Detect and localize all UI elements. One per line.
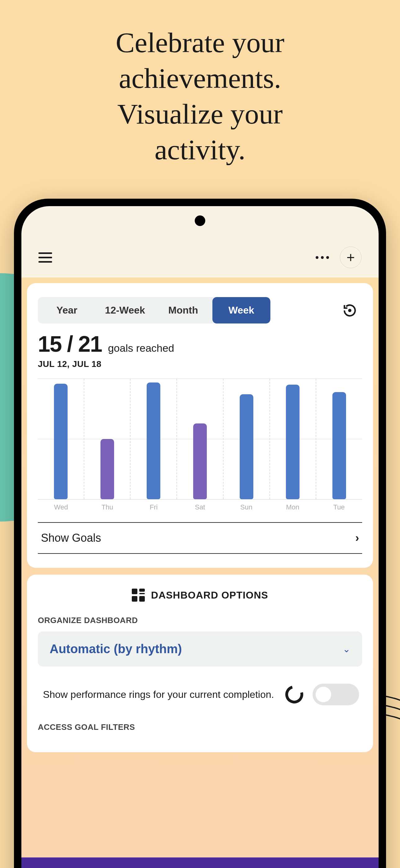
phone-screen: + Year 12-Week Month Week [22, 206, 378, 868]
x-label: Fri [131, 503, 177, 511]
headline-line: Visualize your [0, 96, 400, 132]
x-label: Thu [84, 503, 130, 511]
scroll-content: Year 12-Week Month Week 15 / 21 [22, 278, 378, 868]
bar-fri [147, 382, 160, 499]
x-label: Mon [269, 503, 316, 511]
refresh-icon[interactable] [342, 303, 358, 318]
svg-point-0 [349, 310, 351, 311]
chevron-down-icon: ⌄ [343, 644, 351, 654]
bar-tue [332, 392, 346, 499]
bar-sat [193, 424, 207, 499]
bar-mon [286, 385, 300, 499]
ring-icon [282, 682, 306, 707]
camera-notch [195, 215, 205, 226]
organize-label: ORGANIZE DASHBOARD [38, 616, 362, 625]
stats-card: Year 12-Week Month Week 15 / 21 [27, 283, 373, 568]
x-label: Tue [316, 503, 362, 511]
switch-thumb [316, 687, 331, 702]
x-label: Sun [223, 503, 269, 511]
menu-icon[interactable] [38, 252, 52, 262]
dashboard-options-card: DASHBOARD OPTIONS ORGANIZE DASHBOARD Aut… [27, 575, 373, 752]
headline-line: achievements. [0, 61, 400, 96]
chevron-right-icon: › [355, 531, 359, 545]
x-label: Wed [38, 503, 84, 511]
goals-count: 15 / 21 [38, 331, 102, 357]
organize-value: Automatic (by rhythm) [49, 642, 182, 656]
chart-x-labels: Wed Thu Fri Sat Sun Mon Tue [38, 503, 362, 511]
tab-month[interactable]: Month [154, 297, 212, 323]
tab-12week[interactable]: 12-Week [96, 297, 155, 323]
headline-line: activity. [0, 132, 400, 168]
organize-dropdown[interactable]: Automatic (by rhythm) ⌄ [38, 631, 362, 666]
phone-frame: + Year 12-Week Month Week [14, 199, 386, 868]
add-button[interactable]: + [340, 247, 362, 268]
dashboard-options-title: DASHBOARD OPTIONS [151, 590, 268, 601]
tab-year[interactable]: Year [38, 297, 96, 323]
dashboard-icon [132, 589, 145, 602]
rings-toggle-label: Show performance rings for your current … [41, 688, 276, 702]
more-icon[interactable] [316, 256, 329, 259]
marketing-headline: Celebrate your achievements. Visualize y… [0, 0, 400, 168]
show-goals-button[interactable]: Show Goals › [38, 522, 362, 554]
show-goals-label: Show Goals [41, 531, 101, 545]
bottom-bar: Dashboard Performance overview and optio… [22, 858, 378, 868]
goals-label: goals reached [108, 342, 174, 354]
rings-toggle[interactable] [312, 684, 359, 705]
period-segmented-control: Year 12-Week Month Week [38, 297, 270, 323]
bar-wed [54, 384, 68, 499]
filters-label: ACCESS GOAL FILTERS [38, 722, 362, 732]
bar-thu [100, 439, 114, 499]
bar-sun [240, 394, 253, 499]
weekly-bar-chart [38, 378, 362, 499]
date-range: JUL 12, JUL 18 [38, 359, 362, 369]
x-label: Sat [177, 503, 223, 511]
headline-line: Celebrate your [0, 25, 400, 61]
tab-week[interactable]: Week [212, 297, 271, 323]
